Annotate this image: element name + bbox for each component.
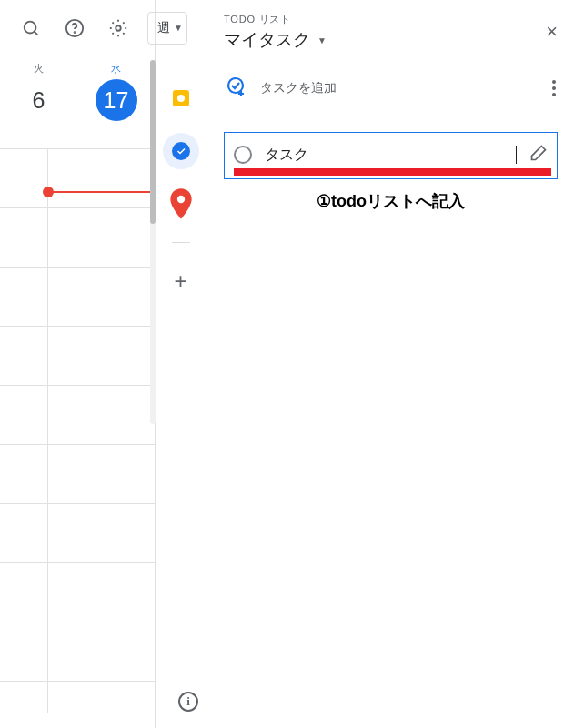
search-icon[interactable]	[13, 10, 49, 46]
hour-row[interactable]	[0, 268, 155, 327]
panel-subtitle: TODO リスト	[224, 13, 327, 26]
highlight-underline	[234, 168, 551, 176]
svg-point-3	[75, 32, 76, 33]
now-indicator-dot	[43, 187, 54, 197]
scrollbar[interactable]	[150, 60, 156, 424]
hour-row[interactable]	[0, 563, 155, 622]
day-column: 火 6	[0, 56, 77, 148]
chevron-down-icon: ▼	[317, 35, 327, 46]
scrollbar-thumb[interactable]	[150, 60, 156, 224]
day-column-today: 水 17	[77, 56, 155, 148]
task-list-name: マイタスク	[224, 28, 310, 52]
task-item-editing[interactable]: タスク	[224, 132, 558, 179]
info-icon[interactable]: i	[178, 692, 198, 712]
hour-row[interactable]	[0, 386, 155, 445]
hour-row[interactable]	[0, 208, 155, 268]
now-indicator-line	[47, 191, 153, 193]
calendar-grid[interactable]	[0, 149, 155, 682]
add-task-label: タスクを追加	[260, 80, 337, 96]
svg-point-4	[116, 25, 121, 31]
day-of-week: 火	[34, 62, 44, 76]
tasks-icon[interactable]	[163, 133, 199, 169]
hour-row[interactable]	[0, 327, 155, 386]
plus-icon: +	[174, 268, 186, 294]
hour-row[interactable]	[0, 504, 155, 563]
maps-icon[interactable]	[163, 186, 199, 222]
svg-point-6	[228, 78, 243, 93]
task-title-input[interactable]: タスク	[265, 146, 517, 164]
date-number[interactable]: 6	[18, 79, 60, 121]
day-of-week: 水	[111, 62, 121, 76]
overflow-menu-icon[interactable]	[552, 80, 556, 96]
add-task-row: タスクを追加	[224, 76, 558, 101]
gear-icon[interactable]	[100, 10, 136, 46]
date-number-today[interactable]: 17	[96, 79, 137, 121]
svg-point-1	[25, 21, 36, 33]
svg-point-5	[176, 196, 184, 203]
add-task-button[interactable]: タスクを追加	[226, 76, 337, 101]
calendar-icon[interactable]	[0, 10, 5, 46]
edit-icon[interactable]	[529, 144, 548, 166]
help-icon[interactable]	[56, 10, 93, 46]
hour-row[interactable]	[0, 149, 155, 208]
close-icon[interactable]: ×	[546, 20, 558, 44]
day-headers: 火 6 水 17	[0, 56, 155, 149]
keep-icon[interactable]	[163, 80, 199, 116]
add-task-icon	[226, 76, 247, 101]
add-sidepanel-icon[interactable]: +	[163, 263, 199, 299]
sidebar-divider	[172, 242, 190, 243]
instruction-annotation: ①todoリストへ記入	[224, 190, 558, 212]
task-list-selector[interactable]: マイタスク ▼	[224, 28, 327, 52]
hour-row[interactable]	[0, 445, 155, 504]
task-complete-circle[interactable]	[234, 146, 252, 164]
calendar-area: 週 ▼ 火 6 水 17	[0, 0, 155, 728]
hour-row[interactable]	[0, 622, 155, 682]
side-panel-strip: +	[155, 0, 206, 728]
tasks-panel: TODO リスト マイタスク ▼ × タスクを追加 タスク ①todoリストへ記…	[206, 0, 574, 728]
